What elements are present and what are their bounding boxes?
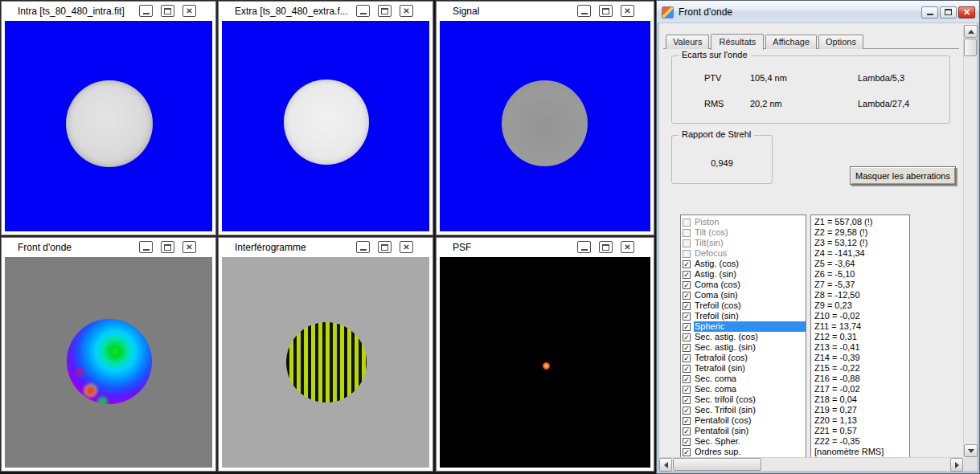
aberration-item[interactable]: ✓Trefoil (sin) [683, 311, 806, 321]
aberration-item[interactable]: ✓Sec. astig. (cos) [683, 332, 806, 342]
interferogramme-titlebar[interactable]: Interférogramme ✕ [219, 238, 433, 256]
zernike-item[interactable]: Z4 = -141,34 [814, 248, 909, 259]
aberration-item[interactable]: ✓Sec. coma [683, 374, 806, 384]
panel-titlebar[interactable]: Front d'onde ✕ [657, 1, 979, 22]
aberration-checkbox[interactable]: ✓ [683, 292, 691, 300]
zernike-item[interactable]: Z6 = -5,10 [814, 269, 909, 280]
aberration-checkbox[interactable] [683, 250, 691, 258]
vertical-scroll-thumb[interactable] [964, 39, 977, 56]
aberration-checkbox[interactable]: ✓ [683, 407, 691, 415]
aberration-item[interactable]: ✓Pentafoil (cos) [683, 415, 806, 426]
aberration-item[interactable]: ✓Trefoil (cos) [683, 300, 806, 311]
aberration-checkbox[interactable]: ✓ [683, 365, 691, 373]
zernike-item[interactable]: Z22 = -0,35 [814, 436, 909, 447]
close-button[interactable]: ✕ [621, 241, 634, 253]
aberration-checkbox[interactable]: ✓ [683, 396, 691, 404]
maximize-button[interactable] [599, 241, 613, 253]
aberration-item[interactable]: ✓Sec. coma [683, 384, 806, 394]
close-button[interactable]: ✕ [958, 6, 975, 18]
zernike-item[interactable]: Z15 = -0,22 [814, 363, 909, 374]
aberration-checkbox[interactable]: ✓ [683, 438, 691, 446]
aberration-item[interactable]: ✓Sec. trifoil (cos) [683, 394, 806, 405]
aberration-checkbox[interactable]: ✓ [683, 323, 691, 331]
minimize-button[interactable] [577, 5, 591, 17]
tab-affichage[interactable]: Affichage [765, 35, 817, 49]
close-button[interactable]: ✕ [182, 241, 196, 253]
zernike-item[interactable]: [nanomètre RMS] [814, 447, 909, 457]
aberration-checkbox[interactable]: ✓ [683, 260, 691, 268]
zernike-item[interactable]: Z18 = 0,04 [814, 394, 909, 405]
zernike-item[interactable]: Z9 = 0,23 [814, 300, 909, 311]
aberration-checkbox[interactable] [683, 219, 691, 227]
vertical-scrollbar[interactable] [963, 25, 977, 457]
intra-titlebar[interactable]: Intra [ts_80_480_intra.fit] ✕ [2, 2, 215, 20]
scroll-up-button[interactable] [964, 25, 978, 38]
aberration-item[interactable]: Piston [683, 217, 806, 227]
aberration-item[interactable]: ✓Pentafoil (sin) [683, 426, 806, 436]
zernike-item[interactable]: Z1 = 557,08 (!) [814, 217, 909, 227]
horizontal-scroll-thumb[interactable] [673, 458, 761, 471]
zernike-item[interactable]: Z7 = -5,37 [814, 280, 909, 290]
maximize-button[interactable] [599, 5, 613, 17]
zernike-item[interactable]: Z13 = -0,41 [814, 342, 909, 353]
zernike-item[interactable]: Z19 = 0,27 [814, 405, 909, 415]
scroll-right-button[interactable] [950, 458, 963, 472]
aberration-checkbox[interactable]: ✓ [683, 302, 691, 310]
scroll-down-button[interactable] [964, 444, 978, 457]
signal-titlebar[interactable]: Signal ✕ [437, 2, 654, 20]
maximize-button[interactable] [161, 5, 174, 17]
aberration-item[interactable]: ✓Astig. (cos) [683, 259, 806, 269]
aberration-item[interactable]: Tilt(sin) [683, 238, 806, 248]
close-button[interactable]: ✕ [621, 5, 634, 17]
tab-valeurs[interactable]: Valeurs [666, 35, 709, 49]
aberration-checkbox[interactable] [683, 239, 691, 247]
zernike-item[interactable]: Z10 = -0,02 [814, 311, 909, 321]
aberration-checkbox[interactable]: ✓ [683, 354, 691, 362]
maximize-button[interactable] [378, 241, 392, 253]
aberration-checkbox[interactable]: ✓ [683, 386, 691, 394]
maximize-button[interactable] [378, 5, 392, 17]
aberration-checkbox[interactable]: ✓ [683, 375, 691, 383]
zernike-item[interactable]: Z12 = 0,31 [814, 332, 909, 342]
aberration-item[interactable]: ✓Coma (sin) [683, 290, 806, 300]
minimize-button[interactable] [356, 5, 370, 17]
scroll-left-button[interactable] [659, 458, 672, 472]
aberration-checkbox[interactable]: ✓ [683, 427, 691, 435]
minimize-button[interactable] [139, 5, 153, 17]
aberration-item[interactable]: ✓Spheric [683, 321, 806, 332]
zernike-listbox[interactable]: Z1 = 557,08 (!)Z2 = 29,58 (!)Z3 = 53,12 … [810, 215, 910, 458]
aberration-checkbox[interactable]: ✓ [683, 344, 691, 352]
tab-résultats[interactable]: Résultats [711, 34, 764, 50]
aberration-item[interactable]: ✓Tetrafoil (cos) [683, 353, 806, 363]
aberration-item[interactable]: Tilt (cos) [683, 227, 806, 238]
zernike-item[interactable]: Z3 = 53,12 (!) [814, 238, 909, 248]
horizontal-scrollbar[interactable] [659, 457, 963, 471]
zernike-item[interactable]: Z5 = -3,64 [814, 259, 909, 269]
zernike-item[interactable]: Z21 = 0,57 [814, 426, 909, 436]
aberration-item[interactable]: ✓Ordres sup. [683, 447, 806, 457]
close-button[interactable]: ✕ [400, 241, 413, 253]
maximize-button[interactable] [940, 6, 957, 18]
zernike-item[interactable]: Z14 = -0,39 [814, 353, 909, 363]
aberration-item[interactable]: ✓Tetrafoil (sin) [683, 363, 806, 374]
aberration-item[interactable]: ✓Astig. (sin) [683, 269, 806, 280]
aberrations-listbox[interactable]: PistonTilt (cos)Tilt(sin)Defocus✓Astig. … [680, 215, 806, 458]
aberration-checkbox[interactable]: ✓ [683, 281, 691, 289]
zernike-item[interactable]: Z11 = 13,74 [814, 321, 909, 332]
aberration-checkbox[interactable]: ✓ [683, 313, 691, 321]
aberration-item[interactable]: ✓Sec. Trifoil (sin) [683, 405, 806, 415]
tab-options[interactable]: Options [818, 35, 863, 49]
maximize-button[interactable] [161, 241, 174, 253]
zernike-item[interactable]: Z16 = -0,88 [814, 374, 909, 384]
minimize-button[interactable] [356, 241, 370, 253]
close-button[interactable]: ✕ [400, 5, 413, 17]
aberration-item[interactable]: Defocus [683, 248, 806, 259]
front-onde-titlebar[interactable]: Front d'onde ✕ [2, 238, 215, 256]
minimize-button[interactable] [139, 241, 153, 253]
extra-titlebar[interactable]: Extra [ts_80_480_extra.f... ✕ [219, 2, 433, 20]
aberration-item[interactable]: ✓Sec. astig. (sin) [683, 342, 806, 353]
minimize-button[interactable] [921, 6, 938, 18]
aberration-checkbox[interactable]: ✓ [683, 333, 691, 341]
aberration-checkbox[interactable]: ✓ [683, 271, 691, 279]
psf-titlebar[interactable]: PSF ✕ [437, 238, 654, 256]
